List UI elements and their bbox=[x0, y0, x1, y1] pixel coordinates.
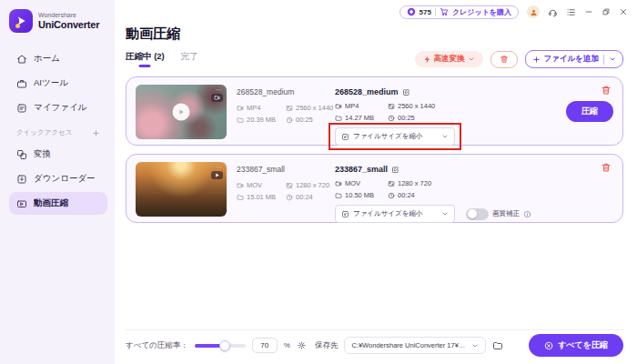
compress-circle-icon bbox=[544, 341, 553, 350]
add-files-button[interactable]: ファイルを追加 bbox=[525, 50, 624, 68]
compress-button[interactable]: 圧縮 bbox=[566, 101, 613, 122]
rate-value-input[interactable] bbox=[252, 338, 278, 353]
quality-fix-label: 画質補正 bbox=[492, 209, 520, 218]
edit-icon[interactable] bbox=[391, 166, 399, 174]
convert-icon bbox=[16, 149, 27, 160]
content: 動画圧縮 圧縮中 (2) 完了 高速変換 bbox=[115, 20, 637, 364]
target-format: MP4 bbox=[345, 102, 359, 110]
close-icon[interactable] bbox=[619, 7, 628, 16]
quick-access-header: クイックアクセス bbox=[16, 128, 100, 137]
open-folder-icon[interactable] bbox=[492, 340, 503, 351]
save-path-select[interactable]: C:¥Wondershare UniConverter 17¥Compres bbox=[344, 337, 486, 354]
duration-icon bbox=[286, 116, 293, 124]
edit-icon[interactable] bbox=[402, 88, 410, 96]
delete-file-icon[interactable] bbox=[601, 85, 612, 96]
compression-mode-select[interactable]: ファイルサイズを縮小 bbox=[335, 127, 455, 146]
trash-icon bbox=[500, 55, 509, 64]
compress-all-button[interactable]: すべてを圧縮 bbox=[529, 334, 623, 357]
target-size: 10.50 MB bbox=[345, 191, 374, 199]
cart-icon bbox=[440, 7, 449, 16]
minimize-icon[interactable] bbox=[584, 7, 593, 16]
buy-credits-label: クレジットを購入 bbox=[452, 7, 511, 17]
camera-icon bbox=[214, 95, 220, 101]
source-name: 268528_medium bbox=[237, 87, 326, 96]
gear-icon[interactable] bbox=[297, 340, 307, 350]
source-format: MP4 bbox=[247, 104, 260, 112]
play-button[interactable] bbox=[173, 104, 190, 121]
source-format: MOV bbox=[247, 181, 262, 189]
sidebar-item-downloader[interactable]: ダウンローダー bbox=[9, 167, 107, 190]
slider-knob[interactable] bbox=[219, 340, 230, 351]
brand-bottom: UniConverter bbox=[38, 19, 99, 30]
sidebar-item-ai-tools[interactable]: AIツール bbox=[9, 72, 107, 95]
target-info: 268528_medium MP4 2560 x 1440 14.27 MB 0… bbox=[335, 85, 455, 146]
source-name: 233867_small bbox=[237, 165, 326, 174]
restore-window-icon[interactable] bbox=[602, 7, 611, 16]
task-list-icon[interactable] bbox=[566, 7, 576, 17]
thumb-menu-dots: ⋯ bbox=[216, 86, 223, 93]
plus-icon[interactable] bbox=[92, 129, 100, 137]
tab-compressing[interactable]: 圧縮中 (2) bbox=[126, 51, 165, 67]
quality-fix-toggle[interactable] bbox=[466, 208, 489, 220]
chevron-down-icon[interactable] bbox=[609, 56, 616, 63]
sidebar-item-video-compress[interactable]: 動画圧縮 bbox=[9, 192, 107, 215]
source-resolution: 1280 x 720 bbox=[296, 181, 329, 189]
size-icon bbox=[335, 115, 342, 122]
thumb-menu-dots: ⋯ bbox=[216, 164, 223, 170]
resolution-icon bbox=[286, 105, 293, 112]
quick-access-label: クイックアクセス bbox=[16, 128, 72, 137]
video-compress-icon bbox=[16, 198, 27, 209]
person-icon bbox=[530, 8, 538, 16]
page-title: 動画圧縮 bbox=[126, 25, 623, 43]
support-headset-icon[interactable] bbox=[548, 7, 558, 17]
video-thumbnail[interactable]: ⋯ bbox=[136, 162, 227, 217]
target-resolution: 1280 x 720 bbox=[398, 179, 431, 187]
sidebar-item-label: マイファイル bbox=[34, 102, 86, 114]
divider bbox=[435, 8, 436, 16]
target-resolution: 2560 x 1440 bbox=[398, 102, 435, 110]
credits-pill[interactable]: 575 クレジットを購入 bbox=[399, 5, 519, 19]
format-icon bbox=[237, 182, 244, 189]
logo-dot bbox=[15, 24, 20, 28]
sidebar-item-convert[interactable]: 変換 bbox=[9, 143, 107, 166]
home-icon bbox=[16, 54, 27, 65]
video-thumbnail[interactable]: ⋯ bbox=[136, 85, 227, 139]
chevron-down-icon bbox=[471, 342, 479, 349]
compression-rate-label: すべての圧縮率： bbox=[126, 340, 188, 351]
sidebar-item-label: AIツール bbox=[34, 77, 68, 89]
chevron-down-icon bbox=[441, 210, 449, 217]
sidebar-item-my-files[interactable]: マイファイル bbox=[9, 96, 107, 119]
target-name: 268528_medium bbox=[335, 87, 399, 96]
avatar[interactable] bbox=[527, 5, 540, 18]
compression-mode-select[interactable]: ファイルサイズを縮小 bbox=[335, 205, 455, 223]
shrink-file-icon bbox=[341, 133, 349, 141]
plus-icon bbox=[532, 56, 541, 64]
tab-done[interactable]: 完了 bbox=[181, 51, 198, 67]
uniconverter-logo-icon bbox=[9, 9, 33, 33]
target-name: 233867_small bbox=[335, 165, 388, 174]
target-format: MOV bbox=[345, 179, 360, 187]
target-info: 233867_small MOV 1280 x 720 10.50 MB 00:… bbox=[335, 162, 531, 223]
sidebar: Wondershare UniConverter ホーム AIツール マイファイ… bbox=[0, 0, 115, 364]
fast-convert-button[interactable]: 高速変換 bbox=[415, 51, 483, 67]
bolt-icon bbox=[423, 56, 431, 64]
delete-all-button[interactable] bbox=[490, 51, 518, 68]
source-size: 20.39 MB bbox=[247, 116, 276, 124]
info-icon[interactable] bbox=[523, 210, 531, 218]
play-icon bbox=[214, 172, 220, 178]
compress-all-label: すべてを圧縮 bbox=[558, 339, 608, 351]
sidebar-item-home[interactable]: ホーム bbox=[9, 47, 107, 70]
compression-rate-slider[interactable] bbox=[195, 344, 246, 348]
sidebar-item-label: 変換 bbox=[34, 148, 51, 160]
save-path-text: C:¥Wondershare UniConverter 17¥Compres bbox=[351, 341, 468, 349]
shrink-file-icon bbox=[341, 210, 349, 218]
resolution-icon bbox=[286, 182, 293, 189]
size-icon bbox=[237, 116, 244, 124]
coin-icon bbox=[407, 7, 416, 16]
save-location-label: 保存先 bbox=[315, 340, 339, 351]
chevron-down-icon bbox=[468, 56, 475, 63]
resolution-icon bbox=[388, 180, 395, 187]
target-duration: 00:24 bbox=[398, 191, 415, 199]
delete-file-icon[interactable] bbox=[601, 162, 612, 173]
size-icon bbox=[335, 192, 342, 199]
